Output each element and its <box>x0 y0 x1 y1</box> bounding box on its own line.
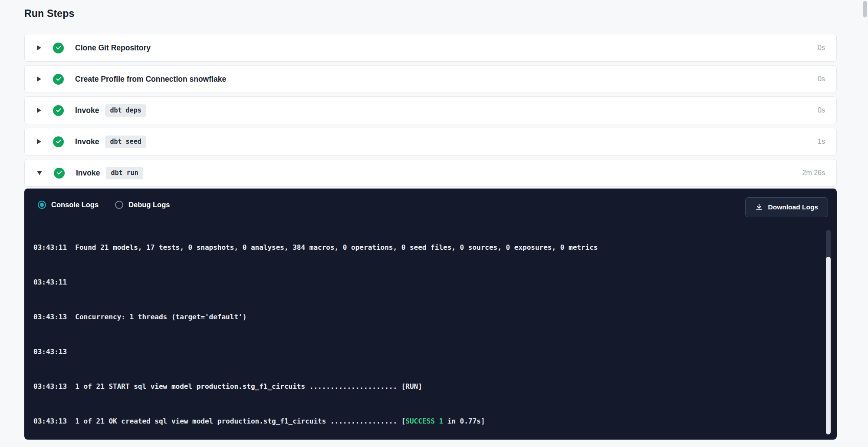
success-check-icon <box>53 43 64 53</box>
step-row[interactable]: Invoke dbt run 2m 26s <box>24 159 837 187</box>
radio-unselected-icon[interactable] <box>115 201 123 209</box>
step-row[interactable]: Invoke dbt deps 0s <box>24 96 837 124</box>
log-timestamp: 03:43:13 <box>33 417 75 425</box>
step-duration: 1s <box>818 138 825 146</box>
expand-chevron-icon[interactable] <box>37 171 42 175</box>
console-scrollbar[interactable] <box>826 230 831 434</box>
log-timestamp: 03:43:13 <box>33 348 75 356</box>
step-row[interactable]: Invoke dbt seed 1s <box>24 128 837 156</box>
log-message: 1 of 21 OK created sql view model produc… <box>75 417 485 425</box>
success-check-icon <box>53 74 64 85</box>
run-steps-page: Run Steps Clone Git Repository 0s Create… <box>24 0 837 440</box>
debug-logs-radio[interactable]: Debug Logs <box>115 201 170 209</box>
log-timestamp: 03:43:11 <box>33 278 75 286</box>
log-line: 03:43:11 Found 21 models, 17 tests, 0 sn… <box>33 243 819 252</box>
step-command-badge: dbt run <box>106 167 143 179</box>
log-timestamp: 03:43:13 <box>33 382 75 391</box>
page-scrollbar-thumb[interactable] <box>863 1 867 17</box>
console-panel: Console Logs Debug Logs Download Logs 03… <box>24 189 837 440</box>
page-title: Run Steps <box>24 8 837 20</box>
step-label: Invoke <box>75 106 99 115</box>
step-label: Clone Git Repository <box>75 43 151 53</box>
download-logs-button[interactable]: Download Logs <box>745 197 828 217</box>
log-line: 03:43:13 1 of 21 START sql view model pr… <box>33 382 819 391</box>
log-message: 1 of 21 START sql view model production.… <box>75 382 422 391</box>
console-log: 03:43:11 Found 21 models, 17 tests, 0 sn… <box>33 230 819 434</box>
log-line: 03:43:13 <box>33 348 819 356</box>
step-label: Invoke <box>75 137 99 146</box>
step-row[interactable]: Clone Git Repository 0s <box>24 34 837 62</box>
log-line: 03:43:13 1 of 21 OK created sql view mod… <box>33 417 819 426</box>
log-line: 03:43:13 Concurrency: 1 threads (target=… <box>33 313 819 321</box>
success-check-icon <box>53 136 64 147</box>
step-label: Invoke <box>76 169 100 178</box>
console-logs-label: Console Logs <box>51 201 99 209</box>
download-icon <box>755 203 763 211</box>
expand-chevron-icon[interactable] <box>37 45 41 50</box>
step-duration: 2m 26s <box>802 169 825 177</box>
debug-logs-label: Debug Logs <box>128 201 170 209</box>
expand-chevron-icon[interactable] <box>37 108 41 113</box>
log-timestamp: 03:43:11 <box>33 243 75 252</box>
console-scrollbar-thumb[interactable] <box>826 257 831 434</box>
log-line: 03:43:11 <box>33 278 819 287</box>
step-command-badge: dbt deps <box>105 104 146 117</box>
download-logs-label: Download Logs <box>768 203 818 211</box>
step-row[interactable]: Create Profile from Connection snowflake… <box>24 65 837 93</box>
step-duration: 0s <box>818 44 825 52</box>
console-logs-radio[interactable]: Console Logs <box>38 201 99 209</box>
step-duration: 0s <box>818 106 825 114</box>
steps-list: Clone Git Repository 0s Create Profile f… <box>24 34 837 187</box>
log-message: Found 21 models, 17 tests, 0 snapshots, … <box>75 243 598 252</box>
expand-chevron-icon[interactable] <box>37 139 41 144</box>
expand-chevron-icon[interactable] <box>37 76 41 82</box>
success-check-icon <box>53 105 64 116</box>
log-timestamp: 03:43:13 <box>33 313 75 321</box>
radio-selected-icon[interactable] <box>38 201 46 209</box>
success-check-icon <box>54 168 65 179</box>
log-message: Concurrency: 1 threads (target='default'… <box>75 313 247 321</box>
step-duration: 0s <box>818 75 825 83</box>
console-header: Console Logs Debug Logs <box>24 189 837 209</box>
step-label: Create Profile from Connection snowflake <box>75 75 226 84</box>
step-command-badge: dbt seed <box>105 136 146 148</box>
